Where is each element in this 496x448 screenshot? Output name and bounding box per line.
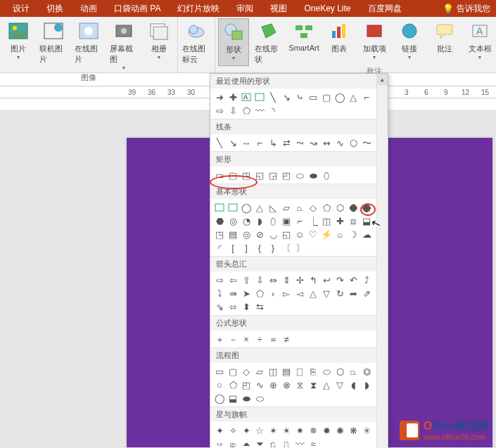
shape-eq-minus[interactable]: － xyxy=(227,333,239,345)
shape-lshape[interactable]: ⌐ xyxy=(360,91,373,103)
shape-fc-manual-op[interactable]: ⏣ xyxy=(360,365,373,378)
shape-elbow-arrow[interactable]: ↳ xyxy=(267,136,279,149)
tab-design[interactable]: 设计 xyxy=(4,0,38,17)
shape-diagstripe[interactable]: ◫ xyxy=(320,215,333,227)
shape-arrow-curved-u[interactable]: ⤴ xyxy=(360,274,373,286)
shapes-button[interactable]: 形状 ▾ xyxy=(218,18,249,66)
shape-rect[interactable]: ▭ xyxy=(213,169,226,181)
shape-brace-l[interactable]: { xyxy=(253,241,266,254)
shape-fc-magnetic[interactable]: ⬓ xyxy=(227,392,239,404)
shape-smiley[interactable]: ☺ xyxy=(293,228,306,241)
shape-arrow-down[interactable]: ⇩ xyxy=(227,104,239,117)
chart-button[interactable]: 图表 xyxy=(324,18,355,66)
shape-fc-multidoc[interactable]: ⎘ xyxy=(307,365,319,378)
shape-fc-merge[interactable]: ▽ xyxy=(333,378,346,391)
shape-fc-terminator[interactable]: ⬭ xyxy=(320,365,333,378)
shape-arrow-notched[interactable]: ➤ xyxy=(240,287,253,300)
shape-round4[interactable]: ⬯ xyxy=(320,169,333,181)
shape-rect[interactable]: ▭ xyxy=(307,91,319,103)
shape-arrow-callout-r[interactable]: ▻ xyxy=(280,287,293,300)
shape-arrow-misc4[interactable]: ⬍ xyxy=(240,300,253,313)
shape-elbow-double[interactable]: ⇄ xyxy=(280,136,293,149)
smartart-button[interactable]: SmartArt xyxy=(288,18,319,66)
shape-arrow-curved-r[interactable]: ↷ xyxy=(333,274,346,286)
shape-cube[interactable]: ◳ xyxy=(213,228,226,241)
shape-line-double[interactable]: ↔ xyxy=(240,136,253,149)
shape-bracket-l[interactable]: [ xyxy=(227,241,239,254)
scroll-up-button[interactable]: ▴ xyxy=(376,74,388,85)
shape-dbrace[interactable]: 〕 xyxy=(293,241,306,254)
shape-star16[interactable]: ✺ xyxy=(333,424,346,437)
shape-wave[interactable]: 〰 xyxy=(293,437,306,448)
shape-explosion2[interactable]: ✧ xyxy=(227,424,239,437)
textbox-button[interactable]: A 文本框 ▾ xyxy=(464,18,495,66)
shape-decagon[interactable]: ⬣ xyxy=(213,215,226,227)
shape-freehand[interactable]: 〜 xyxy=(360,136,373,149)
shape-ribbon1[interactable]: ⎃ xyxy=(213,437,226,448)
shape-arrow-l[interactable]: ⇦ xyxy=(227,274,239,286)
shape-fc-sort[interactable]: ⧗ xyxy=(307,378,319,391)
shape-arrow-callout-u[interactable]: △ xyxy=(307,287,319,300)
shape-ribbon-down[interactable]: ⏷ xyxy=(253,437,266,448)
scrollbar[interactable]: ▴ ▾ xyxy=(376,74,388,448)
shape-fc-decision[interactable]: ◇ xyxy=(240,365,253,378)
shape-explosion1[interactable]: ✦ xyxy=(213,424,226,437)
shape-fc-collate[interactable]: ⧖ xyxy=(293,378,306,391)
shape-fc-manual-input[interactable]: ⏢ xyxy=(347,365,360,378)
shape-fc-delay[interactable]: ◗ xyxy=(360,378,373,391)
shape-fc-or[interactable]: ⊗ xyxy=(280,378,293,391)
shape-line[interactable]: ╲ xyxy=(267,91,279,103)
shape-eq-divide[interactable]: ÷ xyxy=(253,333,266,345)
shape-snip1[interactable]: ◳ xyxy=(240,169,253,181)
shape-freeform[interactable]: ⬠ xyxy=(240,104,253,117)
shape-star7[interactable]: ✴ xyxy=(280,424,293,437)
shape-arrow-uturn[interactable]: ↩ xyxy=(320,274,333,286)
shape-arrow-line[interactable]: ↘ xyxy=(280,91,293,103)
shape-plus[interactable]: ✚ xyxy=(227,91,239,103)
comments-button[interactable]: 批注 xyxy=(429,18,460,66)
shape-blockarc[interactable]: ◡ xyxy=(267,228,279,241)
shape-scroll-h[interactable]: ⎍ xyxy=(280,437,293,448)
shape-eq-plus[interactable]: ＋ xyxy=(213,333,226,345)
shape-fc-card[interactable]: ◰ xyxy=(240,378,253,391)
shape-arrow-misc3[interactable]: ⬄ xyxy=(227,300,239,313)
shape-arrow-lr[interactable]: ⇔ xyxy=(267,274,279,286)
tab-baidu[interactable]: 百度网盘 xyxy=(360,0,410,17)
web-pictures-button[interactable]: 在线图片 xyxy=(73,18,104,72)
shape-fc-predef[interactable]: ◫ xyxy=(267,365,279,378)
shape-star12[interactable]: ✹ xyxy=(320,424,333,437)
shape-star8[interactable]: ✷ xyxy=(293,424,306,437)
shape-arrow-curved-d[interactable]: ⤵ xyxy=(213,287,226,300)
shape-cloud[interactable]: ☁ xyxy=(360,228,373,241)
shape-arrow-misc1[interactable]: ⇗ xyxy=(360,287,373,300)
shape-frame[interactable]: ▣ xyxy=(280,215,293,227)
shape-fc-direct[interactable]: ⬬ xyxy=(240,392,253,404)
shape-star10[interactable]: ✵ xyxy=(307,424,319,437)
shape-fc-sum[interactable]: ⊕ xyxy=(267,378,279,391)
shape-lshape[interactable]: ⎿ xyxy=(307,215,319,227)
shape-star24[interactable]: ❋ xyxy=(347,424,360,437)
shape-moon[interactable]: ☽ xyxy=(347,228,360,241)
shape-scroll-v[interactable]: ⎌ xyxy=(267,437,279,448)
shape-bracket-r[interactable]: ] xyxy=(240,241,253,254)
shape-arrow-swoosh[interactable]: ➦ xyxy=(347,287,360,300)
shape-noentry[interactable]: ⊘ xyxy=(253,228,266,241)
shape-heptagon[interactable]: ⯃ xyxy=(347,201,360,214)
shape-fc-alt[interactable]: ▢ xyxy=(227,365,239,378)
shape-eq-multiply[interactable]: × xyxy=(240,333,253,345)
shape-fc-seq[interactable]: ◯ xyxy=(213,392,226,404)
shape-curve-arrow[interactable]: ↝ xyxy=(307,136,319,149)
shape-heart[interactable]: ♡ xyxy=(307,228,319,241)
addons-button[interactable]: 加载项 ▾ xyxy=(359,18,390,66)
shape-arrow-misc5[interactable]: ⇆ xyxy=(253,300,266,313)
shape-curve-conn[interactable]: ⤳ xyxy=(293,136,306,149)
shape-pie[interactable]: ◔ xyxy=(240,215,253,227)
shape-sun[interactable]: ☼ xyxy=(333,228,346,241)
shape-snip3[interactable]: ◲ xyxy=(267,169,279,181)
online-icons-button[interactable]: 在线图标云 xyxy=(181,18,212,66)
shape-line[interactable]: ╲ xyxy=(213,136,226,149)
shape-elbow[interactable]: ⌐ xyxy=(253,136,266,149)
shape-arrow-callout-d[interactable]: ▽ xyxy=(320,287,333,300)
shape-arrow-ud[interactable]: ⇕ xyxy=(280,274,293,286)
tab-pa[interactable]: 口袋动画 PA xyxy=(106,0,169,17)
